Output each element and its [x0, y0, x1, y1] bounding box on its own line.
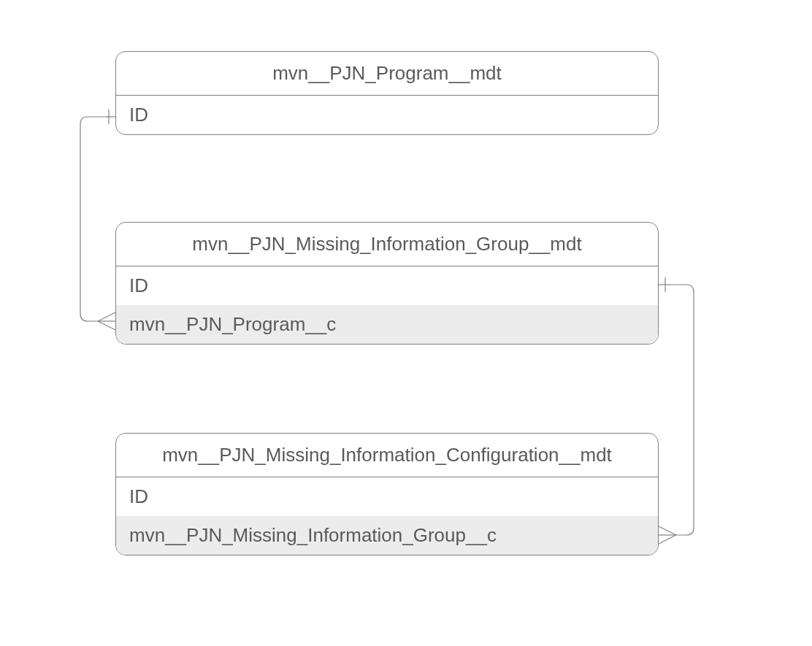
svg-line-4 — [98, 321, 115, 330]
entity-group-title: mvn__PJN_Missing_Information_Group__mdt — [116, 223, 658, 266]
entity-program-title: mvn__PJN_Program__mdt — [116, 52, 658, 96]
entity-config-row-id: ID — [116, 477, 658, 516]
entity-config-title: mvn__PJN_Missing_Information_Configurati… — [116, 434, 658, 477]
svg-line-7 — [659, 526, 676, 535]
entity-group-row-id: ID — [116, 266, 658, 305]
entity-program-row-id: ID — [116, 96, 658, 134]
entity-group: mvn__PJN_Missing_Information_Group__mdt … — [115, 222, 659, 345]
entity-config: mvn__PJN_Missing_Information_Configurati… — [115, 433, 659, 555]
entity-group-row-program-fk: mvn__PJN_Program__c — [116, 305, 658, 344]
svg-line-9 — [659, 535, 676, 544]
svg-line-2 — [98, 312, 115, 321]
entity-program: mvn__PJN_Program__mdt ID — [115, 51, 659, 135]
entity-config-row-group-fk: mvn__PJN_Missing_Information_Group__c — [116, 516, 658, 555]
